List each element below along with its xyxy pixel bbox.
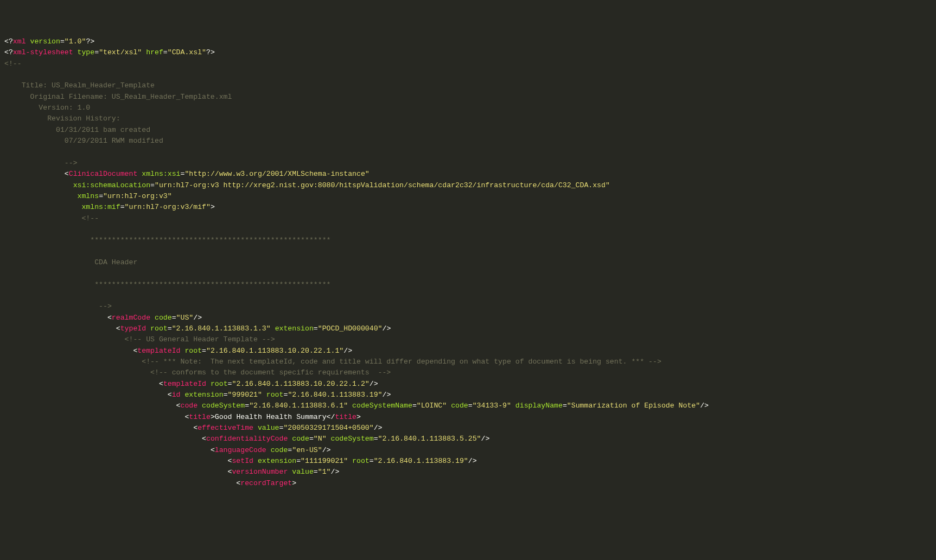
code-line[interactable]: <!--: [4, 213, 936, 224]
token: xmlns: [78, 192, 99, 200]
token: >: [356, 413, 361, 421]
token: root: [150, 324, 168, 333]
code-line[interactable]: <languageCode code="en-US"/>: [4, 445, 936, 456]
token: [150, 314, 155, 322]
token: />: [370, 380, 378, 388]
code-line[interactable]: <typeId root="2.16.840.1.113883.1.3" ext…: [4, 323, 936, 334]
token: -->: [65, 159, 78, 167]
code-line[interactable]: <recordTarget>: [4, 478, 936, 489]
token: ****************************************…: [90, 236, 330, 244]
code-line[interactable]: <title>Good Health Health Summary</title…: [4, 412, 936, 423]
code-line[interactable]: <!--: [4, 59, 936, 69]
code-line[interactable]: <code codeSystem="2.16.840.1.113883.6.1"…: [4, 400, 936, 411]
token: =: [60, 37, 65, 46]
token: =: [94, 48, 99, 56]
code-line[interactable]: <!-- *** Note: The next templateId, code…: [4, 357, 936, 367]
token: ClinicalDocument: [69, 170, 138, 178]
token: root: [266, 391, 284, 399]
token: =: [120, 203, 125, 211]
code-line[interactable]: -->: [4, 158, 936, 169]
token: />: [481, 435, 490, 443]
code-line[interactable]: [4, 268, 936, 279]
token: languageCode: [215, 446, 266, 454]
code-line[interactable]: <?xml version="1.0"?>: [4, 36, 936, 47]
code-line[interactable]: ****************************************…: [4, 235, 936, 246]
token: <!-- conforms to the document specific r…: [150, 368, 391, 377]
code-line[interactable]: <ClinicalDocument xmlns:xsi="http://www.…: [4, 169, 936, 180]
code-line[interactable]: Version: 1.0: [4, 103, 936, 113]
token: [73, 48, 78, 56]
token: "1.0": [65, 37, 86, 46]
code-line[interactable]: [4, 69, 936, 80]
code-line[interactable]: [4, 224, 936, 235]
token: root: [211, 380, 228, 388]
token: -->: [99, 302, 112, 310]
code-line[interactable]: <templateId root="2.16.840.1.113883.10.2…: [4, 379, 936, 390]
token: <: [168, 391, 172, 399]
code-line[interactable]: <versionNumber value="1"/>: [4, 467, 936, 478]
code-line[interactable]: 01/31/2011 bam created: [4, 125, 936, 136]
code-line[interactable]: <!-- conforms to the document specific r…: [4, 367, 936, 378]
token: templateId: [137, 347, 180, 355]
token: templateId: [163, 380, 206, 388]
token: <: [116, 324, 120, 333]
token: 07/29/2011 RWM modified: [65, 137, 163, 145]
code-line[interactable]: <id extension="999021" root="2.16.840.1.…: [4, 390, 936, 400]
token: >: [211, 413, 215, 421]
code-line[interactable]: xmlns:mif="urn:hl7-org:v3/mif">: [4, 202, 936, 213]
code-line[interactable]: <realmCode code="US"/>: [4, 313, 936, 323]
code-line[interactable]: <!-- US General Header Template -->: [4, 334, 936, 345]
code-line[interactable]: <setId extension="111199021" root="2.16.…: [4, 456, 936, 467]
token: >: [292, 479, 296, 487]
code-line[interactable]: <templateId root="2.16.840.1.113883.10.2…: [4, 346, 936, 357]
code-line[interactable]: <?xml-stylesheet type="text/xsl" href="C…: [4, 47, 936, 58]
token: [266, 446, 271, 454]
token: confidentialityCode: [206, 435, 288, 443]
token: value: [292, 468, 314, 476]
token: "2.16.840.1.113883.10.20.22.1.1": [206, 347, 343, 355]
code-line[interactable]: -->: [4, 301, 936, 312]
token: "1": [318, 468, 331, 476]
token: extension: [258, 457, 296, 465]
code-line[interactable]: Original Filename: US_Realm_Header_Templ…: [4, 92, 936, 103]
code-line[interactable]: xmlns="urn:hl7-org:v3": [4, 191, 936, 202]
token: [262, 391, 266, 399]
token: setId: [232, 457, 253, 465]
token: =: [168, 324, 172, 333]
token: codeSystem: [331, 435, 374, 443]
token: =: [314, 468, 318, 476]
token: "2.16.840.1.113883.19": [374, 457, 468, 465]
token: type: [78, 48, 95, 56]
token: =: [468, 402, 473, 410]
token: <!--: [81, 214, 99, 222]
code-line[interactable]: [4, 147, 936, 157]
code-line[interactable]: ****************************************…: [4, 279, 936, 290]
token: displayName: [515, 402, 563, 410]
token: [253, 457, 258, 465]
token: =: [370, 457, 374, 465]
code-line[interactable]: xsi:schemaLocation="urn:hl7-org:v3 http:…: [4, 180, 936, 191]
code-editor[interactable]: <?xml version="1.0"?><?xml-stylesheet ty…: [4, 36, 936, 489]
token: typeId: [120, 324, 146, 333]
token: CDA Header: [94, 258, 137, 266]
token: code: [180, 402, 198, 410]
token: title: [189, 413, 211, 421]
token: "N": [314, 435, 327, 443]
token: ****************************************…: [94, 281, 330, 289]
code-line[interactable]: Revision History:: [4, 113, 936, 124]
code-line[interactable]: CDA Header: [4, 257, 936, 268]
token: <?: [4, 37, 13, 46]
code-line[interactable]: [4, 290, 936, 301]
token: <?: [4, 48, 13, 56]
code-line[interactable]: Title: US_Realm_Header_Template: [4, 80, 936, 91]
token: [348, 402, 352, 410]
token: "POCD_HD000040": [318, 324, 383, 333]
code-line[interactable]: <effectiveTime value="20050329171504+050…: [4, 423, 936, 434]
token: =: [412, 402, 417, 410]
token: <: [159, 380, 163, 388]
code-line[interactable]: <confidentialityCode code="N" codeSystem…: [4, 434, 936, 444]
code-line[interactable]: 07/29/2011 RWM modified: [4, 136, 936, 147]
code-line[interactable]: [4, 246, 936, 257]
token: =: [245, 402, 249, 410]
token: />: [343, 347, 352, 355]
